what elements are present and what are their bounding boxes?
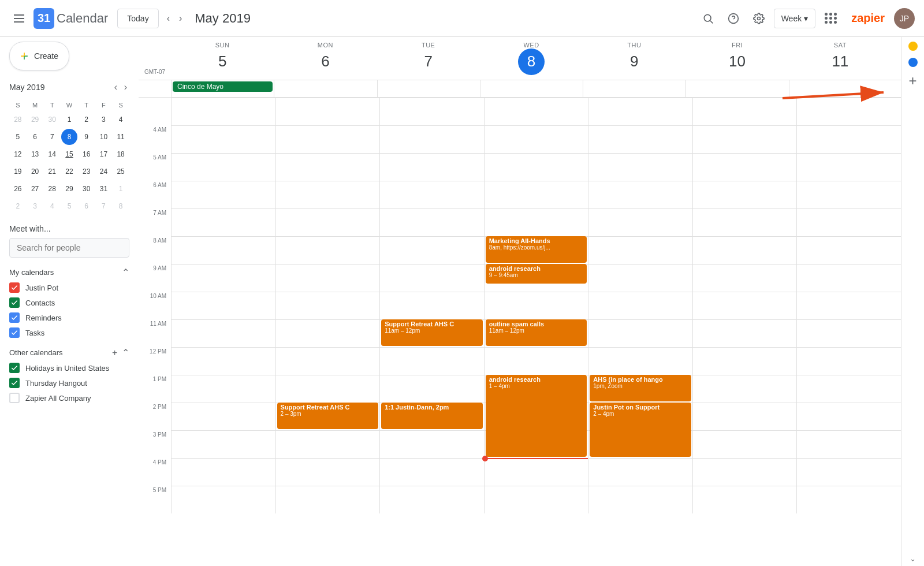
my-calendar-item[interactable]: Contacts	[9, 295, 129, 310]
mini-cal-day[interactable]: 8	[61, 129, 77, 145]
event-block[interactable]: Support Retreat AHS C2 – 3pm	[277, 403, 379, 429]
my-calendars-collapse[interactable]: ⌃	[122, 267, 129, 277]
mini-cal-day[interactable]: 14	[44, 146, 60, 162]
mini-cal-day[interactable]: 2	[79, 111, 95, 128]
menu-button[interactable]	[9, 10, 29, 27]
day-number[interactable]: 5	[209, 49, 236, 75]
view-selector[interactable]: Week ▾	[774, 9, 816, 28]
mini-cal-day[interactable]: 23	[79, 163, 95, 180]
mini-cal-day[interactable]: 28	[10, 111, 26, 128]
hour-line	[380, 208, 484, 236]
day-number[interactable]: 6	[312, 49, 338, 75]
hour-line	[797, 264, 901, 292]
mini-cal-day[interactable]: 16	[79, 146, 95, 162]
other-calendar-item[interactable]: Zapier All Company	[9, 390, 129, 405]
user-avatar[interactable]: JP	[894, 8, 915, 29]
search-people-input[interactable]	[9, 238, 129, 258]
mini-cal-day[interactable]: 6	[79, 198, 95, 214]
mini-cal-day[interactable]: 15	[61, 146, 77, 162]
nav-arrows: ‹ ›	[163, 10, 186, 27]
mini-cal-day[interactable]: 27	[27, 181, 43, 197]
mini-cal-day[interactable]: 7	[95, 198, 111, 214]
day-column: Support Retreat AHS C11am – 12pm1:1 Just…	[379, 98, 484, 513]
day-number[interactable]: 7	[415, 49, 442, 75]
mini-cal-day[interactable]: 25	[113, 163, 129, 180]
mini-cal-day[interactable]: 5	[61, 198, 77, 214]
mini-cal-day[interactable]: 31	[95, 181, 111, 197]
mini-cal-day[interactable]: 29	[27, 111, 43, 128]
mini-cal-next[interactable]: ›	[122, 80, 129, 95]
scroll-indicator[interactable]: ›	[909, 559, 917, 561]
day-number[interactable]: 8	[518, 49, 545, 75]
hour-line	[485, 292, 588, 319]
event-block[interactable]: 1:1 Justin-Dann, 2pm	[381, 403, 483, 429]
mini-cal-day[interactable]: 3	[27, 198, 43, 214]
event-block[interactable]: Marketing All-Hands8am, https://zoom.us/…	[486, 236, 587, 263]
mini-cal-day[interactable]: 7	[44, 129, 60, 145]
event-block[interactable]: Support Retreat AHS C11am – 12pm	[381, 319, 483, 346]
mini-cal-day[interactable]: 26	[10, 181, 26, 197]
other-calendars-collapse[interactable]: ⌃	[122, 348, 129, 358]
allday-event[interactable]: Cinco de Mayo	[173, 81, 273, 92]
calendar-checkbox[interactable]	[9, 378, 20, 388]
mini-cal-header: May 2019 ‹ ›	[9, 80, 129, 95]
mini-cal-day[interactable]: 3	[95, 111, 111, 128]
my-calendar-item[interactable]: Reminders	[9, 310, 129, 325]
mini-cal-day[interactable]: 9	[79, 129, 95, 145]
apps-button[interactable]	[820, 8, 842, 28]
calendar-checkbox[interactable]	[9, 312, 20, 323]
mini-cal-day[interactable]: 30	[44, 111, 60, 128]
mini-cal-day[interactable]: 17	[95, 146, 111, 162]
other-calendar-item[interactable]: Thursday Hangout	[9, 375, 129, 390]
day-number[interactable]: 10	[724, 49, 751, 75]
calendar-checkbox[interactable]	[9, 297, 20, 308]
next-arrow[interactable]: ›	[176, 10, 185, 27]
mini-cal-day[interactable]: 5	[10, 129, 26, 145]
event-block[interactable]: outline spam calls11am – 12pm	[486, 319, 587, 346]
event-block[interactable]: Justin Pot on Support2 – 4pm	[590, 403, 691, 457]
mini-cal-day[interactable]: 19	[10, 163, 26, 180]
calendar-checkbox[interactable]	[9, 327, 20, 338]
other-calendar-item[interactable]: Holidays in United States	[9, 360, 129, 375]
add-right-button[interactable]: +	[904, 72, 922, 90]
mini-cal-prev[interactable]: ‹	[112, 80, 120, 95]
prev-arrow[interactable]: ‹	[163, 10, 173, 27]
mini-cal-day[interactable]: 20	[27, 163, 43, 180]
my-calendar-item[interactable]: Tasks	[9, 325, 129, 340]
mini-cal-day[interactable]: 4	[44, 198, 60, 214]
calendar-checkbox[interactable]	[9, 393, 20, 403]
mini-cal-day[interactable]: 6	[27, 129, 43, 145]
mini-cal-day[interactable]: 13	[27, 146, 43, 162]
settings-button[interactable]	[748, 8, 769, 29]
mini-cal-day[interactable]: 8	[113, 198, 129, 214]
mini-cal-day[interactable]: 11	[113, 129, 129, 145]
day-number[interactable]: 9	[621, 49, 647, 75]
mini-cal-day[interactable]: 30	[79, 181, 95, 197]
mini-cal-day[interactable]: 22	[61, 163, 77, 180]
mini-cal-day[interactable]: 1	[113, 181, 129, 197]
add-other-calendar-button[interactable]: +	[112, 348, 117, 358]
calendar-checkbox[interactable]	[9, 363, 20, 373]
event-block[interactable]: android research1 – 4pm	[486, 375, 587, 457]
mini-cal-day[interactable]: 2	[10, 198, 26, 214]
hour-line	[797, 486, 901, 513]
help-button[interactable]	[723, 8, 744, 29]
event-block[interactable]: android research9 – 9:45am	[486, 264, 587, 284]
mini-cal-day[interactable]: 1	[61, 111, 77, 128]
my-calendar-item[interactable]: Justin Pot	[9, 280, 129, 295]
mini-cal-day[interactable]: 29	[61, 181, 77, 197]
day-number[interactable]: 11	[827, 49, 854, 75]
today-button[interactable]: Today	[117, 9, 158, 28]
mini-cal-day[interactable]: 21	[44, 163, 60, 180]
time-label: 10 AM	[150, 293, 166, 299]
mini-cal-day[interactable]: 24	[95, 163, 111, 180]
mini-cal-day[interactable]: 28	[44, 181, 60, 197]
calendar-checkbox[interactable]	[9, 282, 20, 293]
mini-cal-day[interactable]: 18	[113, 146, 129, 162]
create-button[interactable]: + Create	[9, 42, 69, 70]
mini-cal-day[interactable]: 4	[113, 111, 129, 128]
event-block[interactable]: AHS (in place of hango1pm, Zoom	[590, 375, 691, 401]
mini-cal-day[interactable]: 12	[10, 146, 26, 162]
search-button[interactable]	[698, 8, 718, 29]
mini-cal-day[interactable]: 10	[95, 129, 111, 145]
